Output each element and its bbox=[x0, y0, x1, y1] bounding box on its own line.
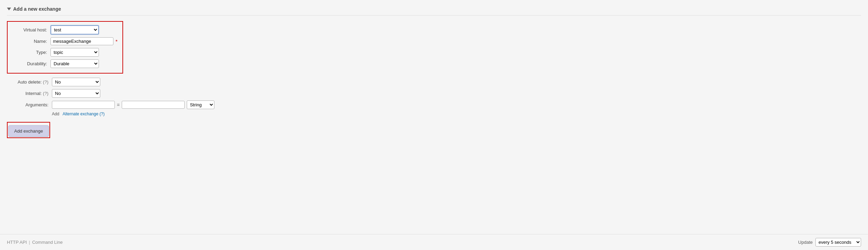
internal-help[interactable]: (?) bbox=[43, 91, 48, 96]
type-select[interactable]: topic direct fanout headers bbox=[50, 48, 99, 57]
arguments-label: Arguments: bbox=[7, 102, 48, 107]
alternate-exchange-link[interactable]: Alternate exchange (?) bbox=[63, 112, 104, 116]
required-indicator: * bbox=[116, 38, 118, 44]
collapse-icon[interactable] bbox=[7, 8, 11, 10]
name-label: Name: bbox=[12, 39, 47, 44]
name-input[interactable] bbox=[50, 37, 113, 45]
add-exchange-button[interactable]: Add exchange bbox=[8, 125, 49, 137]
footer-links: HTTP API | Command Line bbox=[7, 240, 63, 245]
virtual-host-select[interactable]: test / default bbox=[50, 25, 99, 35]
virtual-host-label: Virtual host: bbox=[12, 27, 47, 32]
section-title: Add a new exchange bbox=[13, 6, 61, 12]
internal-row: Internal: (?) No Yes bbox=[7, 89, 861, 98]
auto-delete-label: Auto delete: (?) bbox=[7, 79, 48, 85]
update-interval-select[interactable]: every 5 seconds every 10 seconds every 3… bbox=[815, 238, 861, 247]
footer-divider: | bbox=[29, 240, 30, 245]
arguments-value-input[interactable] bbox=[122, 101, 185, 109]
equals-sign: = bbox=[117, 102, 120, 108]
arguments-key-input[interactable] bbox=[52, 101, 115, 109]
add-exchange-button-wrapper: Add exchange bbox=[7, 122, 50, 138]
auto-delete-select[interactable]: No Yes bbox=[52, 78, 100, 86]
arguments-type-select[interactable]: String Number Boolean bbox=[187, 100, 214, 109]
durability-label: Durability: bbox=[12, 61, 47, 66]
auto-delete-help[interactable]: (?) bbox=[43, 79, 48, 85]
form-required-fields: Virtual host: test / default Name: * Typ… bbox=[7, 21, 123, 74]
internal-select[interactable]: No Yes bbox=[52, 89, 100, 98]
internal-label: Internal: (?) bbox=[7, 91, 48, 96]
type-label: Type: bbox=[12, 50, 47, 55]
alternate-row: Add Alternate exchange (?) bbox=[52, 111, 861, 116]
add-link: Add bbox=[52, 112, 59, 116]
footer: HTTP API | Command Line Update every 5 s… bbox=[0, 234, 868, 250]
update-label: Update bbox=[798, 240, 813, 245]
section-header: Add a new exchange bbox=[7, 3, 861, 16]
http-api-link[interactable]: HTTP API bbox=[7, 240, 27, 245]
auto-delete-row: Auto delete: (?) No Yes bbox=[7, 78, 861, 86]
type-row: Type: topic direct fanout headers bbox=[12, 48, 118, 57]
virtual-host-row: Virtual host: test / default bbox=[12, 25, 118, 35]
footer-update: Update every 5 seconds every 10 seconds … bbox=[798, 238, 861, 247]
command-line-link[interactable]: Command Line bbox=[32, 240, 63, 245]
durability-select[interactable]: Durable Transient bbox=[50, 59, 99, 68]
durability-row: Durability: Durable Transient bbox=[12, 59, 118, 68]
arguments-row: Arguments: = String Number Boolean bbox=[7, 100, 861, 109]
name-row: Name: * bbox=[12, 37, 118, 45]
